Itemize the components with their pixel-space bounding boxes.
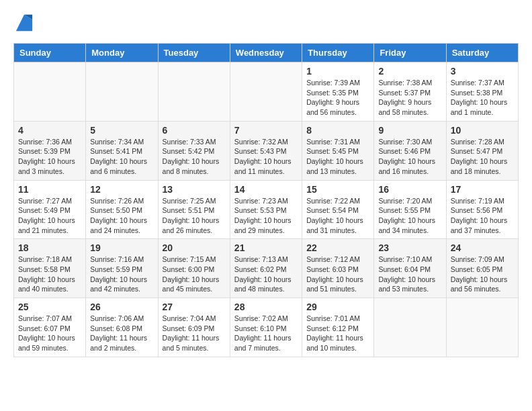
day-number: 10 xyxy=(451,125,514,136)
calendar-cell xyxy=(14,62,86,122)
calendar-cell: 22Sunrise: 7:12 AM Sunset: 6:03 PM Dayli… xyxy=(302,239,374,298)
calendar-cell: 27Sunrise: 7:04 AM Sunset: 6:09 PM Dayli… xyxy=(158,298,230,357)
day-info: Sunrise: 7:19 AM Sunset: 5:56 PM Dayligh… xyxy=(451,196,514,236)
day-info: Sunrise: 7:37 AM Sunset: 5:38 PM Dayligh… xyxy=(451,78,514,118)
calendar-cell: 21Sunrise: 7:13 AM Sunset: 6:02 PM Dayli… xyxy=(230,239,302,298)
calendar-cell: 6Sunrise: 7:33 AM Sunset: 5:42 PM Daylig… xyxy=(158,121,230,180)
day-number: 12 xyxy=(90,184,153,195)
day-number: 4 xyxy=(18,125,81,136)
calendar-cell: 1Sunrise: 7:39 AM Sunset: 5:35 PM Daylig… xyxy=(302,62,374,122)
day-number: 15 xyxy=(306,184,369,195)
day-info: Sunrise: 7:26 AM Sunset: 5:50 PM Dayligh… xyxy=(90,196,153,236)
day-info: Sunrise: 7:02 AM Sunset: 6:10 PM Dayligh… xyxy=(234,314,298,353)
day-info: Sunrise: 7:38 AM Sunset: 5:37 PM Dayligh… xyxy=(378,78,441,118)
day-number: 9 xyxy=(378,125,441,136)
logo-icon xyxy=(15,13,34,32)
week-row-1: 1Sunrise: 7:39 AM Sunset: 5:35 PM Daylig… xyxy=(14,62,519,122)
day-number: 16 xyxy=(378,184,441,195)
calendar-cell: 24Sunrise: 7:09 AM Sunset: 6:05 PM Dayli… xyxy=(446,239,518,298)
day-info: Sunrise: 7:31 AM Sunset: 5:45 PM Dayligh… xyxy=(306,137,369,177)
calendar-cell: 25Sunrise: 7:07 AM Sunset: 6:07 PM Dayli… xyxy=(14,298,86,357)
week-row-3: 11Sunrise: 7:27 AM Sunset: 5:49 PM Dayli… xyxy=(14,180,519,239)
day-info: Sunrise: 7:39 AM Sunset: 5:35 PM Dayligh… xyxy=(306,78,369,118)
day-info: Sunrise: 7:16 AM Sunset: 5:59 PM Dayligh… xyxy=(90,255,153,294)
day-info: Sunrise: 7:12 AM Sunset: 6:03 PM Dayligh… xyxy=(306,255,369,294)
calendar-cell: 7Sunrise: 7:32 AM Sunset: 5:43 PM Daylig… xyxy=(230,121,302,180)
day-number: 25 xyxy=(18,302,81,312)
day-info: Sunrise: 7:23 AM Sunset: 5:53 PM Dayligh… xyxy=(234,196,298,236)
day-info: Sunrise: 7:06 AM Sunset: 6:08 PM Dayligh… xyxy=(90,314,153,353)
calendar-cell xyxy=(446,298,518,357)
day-number: 3 xyxy=(451,66,514,77)
calendar-cell: 19Sunrise: 7:16 AM Sunset: 5:59 PM Dayli… xyxy=(86,239,158,298)
day-number: 5 xyxy=(90,125,153,136)
day-number: 11 xyxy=(18,184,81,195)
page-header xyxy=(13,13,519,36)
day-info: Sunrise: 7:13 AM Sunset: 6:02 PM Dayligh… xyxy=(234,255,298,294)
day-info: Sunrise: 7:36 AM Sunset: 5:39 PM Dayligh… xyxy=(18,137,81,177)
calendar-cell xyxy=(86,62,158,122)
day-number: 22 xyxy=(306,242,369,253)
day-number: 24 xyxy=(451,242,514,253)
day-info: Sunrise: 7:30 AM Sunset: 5:46 PM Dayligh… xyxy=(378,137,441,177)
calendar-cell: 15Sunrise: 7:22 AM Sunset: 5:54 PM Dayli… xyxy=(302,180,374,239)
day-header-friday: Friday xyxy=(374,44,446,62)
calendar-cell: 14Sunrise: 7:23 AM Sunset: 5:53 PM Dayli… xyxy=(230,180,302,239)
week-row-5: 25Sunrise: 7:07 AM Sunset: 6:07 PM Dayli… xyxy=(14,298,519,357)
day-number: 29 xyxy=(306,302,369,312)
calendar-cell xyxy=(158,62,230,122)
day-number: 2 xyxy=(378,66,441,77)
calendar-cell: 9Sunrise: 7:30 AM Sunset: 5:46 PM Daylig… xyxy=(374,121,446,180)
day-info: Sunrise: 7:20 AM Sunset: 5:55 PM Dayligh… xyxy=(378,196,441,236)
calendar-cell: 20Sunrise: 7:15 AM Sunset: 6:00 PM Dayli… xyxy=(158,239,230,298)
calendar-cell: 4Sunrise: 7:36 AM Sunset: 5:39 PM Daylig… xyxy=(14,121,86,180)
day-number: 18 xyxy=(18,242,81,253)
day-info: Sunrise: 7:04 AM Sunset: 6:09 PM Dayligh… xyxy=(163,314,226,353)
day-number: 27 xyxy=(163,302,226,312)
day-info: Sunrise: 7:01 AM Sunset: 6:12 PM Dayligh… xyxy=(306,314,369,353)
day-info: Sunrise: 7:34 AM Sunset: 5:41 PM Dayligh… xyxy=(90,137,153,177)
day-header-wednesday: Wednesday xyxy=(230,44,302,62)
calendar-cell: 23Sunrise: 7:10 AM Sunset: 6:04 PM Dayli… xyxy=(374,239,446,298)
day-info: Sunrise: 7:10 AM Sunset: 6:04 PM Dayligh… xyxy=(378,255,441,294)
calendar-cell xyxy=(374,298,446,357)
calendar-cell: 16Sunrise: 7:20 AM Sunset: 5:55 PM Dayli… xyxy=(374,180,446,239)
day-info: Sunrise: 7:22 AM Sunset: 5:54 PM Dayligh… xyxy=(306,196,369,236)
calendar-cell: 12Sunrise: 7:26 AM Sunset: 5:50 PM Dayli… xyxy=(86,180,158,239)
day-number: 1 xyxy=(306,66,369,77)
day-info: Sunrise: 7:33 AM Sunset: 5:42 PM Dayligh… xyxy=(163,137,226,177)
day-header-sunday: Sunday xyxy=(14,44,86,62)
day-number: 6 xyxy=(163,125,226,136)
calendar-cell: 29Sunrise: 7:01 AM Sunset: 6:12 PM Dayli… xyxy=(302,298,374,357)
day-number: 23 xyxy=(378,242,441,253)
calendar-cell: 28Sunrise: 7:02 AM Sunset: 6:10 PM Dayli… xyxy=(230,298,302,357)
day-number: 13 xyxy=(163,184,226,195)
calendar-cell: 26Sunrise: 7:06 AM Sunset: 6:08 PM Dayli… xyxy=(86,298,158,357)
calendar-cell: 13Sunrise: 7:25 AM Sunset: 5:51 PM Dayli… xyxy=(158,180,230,239)
day-number: 20 xyxy=(163,242,226,253)
calendar-cell: 18Sunrise: 7:18 AM Sunset: 5:58 PM Dayli… xyxy=(14,239,86,298)
header-row: SundayMondayTuesdayWednesdayThursdayFrid… xyxy=(14,44,519,62)
day-number: 26 xyxy=(90,302,153,312)
day-header-monday: Monday xyxy=(86,44,158,62)
logo-text xyxy=(13,13,34,36)
day-header-saturday: Saturday xyxy=(446,44,518,62)
calendar-cell: 17Sunrise: 7:19 AM Sunset: 5:56 PM Dayli… xyxy=(446,180,518,239)
calendar-cell: 11Sunrise: 7:27 AM Sunset: 5:49 PM Dayli… xyxy=(14,180,86,239)
week-row-2: 4Sunrise: 7:36 AM Sunset: 5:39 PM Daylig… xyxy=(14,121,519,180)
day-info: Sunrise: 7:15 AM Sunset: 6:00 PM Dayligh… xyxy=(163,255,226,294)
day-header-thursday: Thursday xyxy=(302,44,374,62)
logo xyxy=(13,13,34,36)
day-number: 19 xyxy=(90,242,153,253)
day-header-tuesday: Tuesday xyxy=(158,44,230,62)
day-info: Sunrise: 7:07 AM Sunset: 6:07 PM Dayligh… xyxy=(18,314,81,353)
calendar-table: SundayMondayTuesdayWednesdayThursdayFrid… xyxy=(13,43,519,357)
day-number: 21 xyxy=(234,242,298,253)
day-info: Sunrise: 7:32 AM Sunset: 5:43 PM Dayligh… xyxy=(234,137,298,177)
calendar-cell xyxy=(230,62,302,122)
day-number: 28 xyxy=(234,302,298,312)
day-number: 7 xyxy=(234,125,298,136)
day-number: 17 xyxy=(451,184,514,195)
day-info: Sunrise: 7:27 AM Sunset: 5:49 PM Dayligh… xyxy=(18,196,81,236)
day-number: 8 xyxy=(306,125,369,136)
